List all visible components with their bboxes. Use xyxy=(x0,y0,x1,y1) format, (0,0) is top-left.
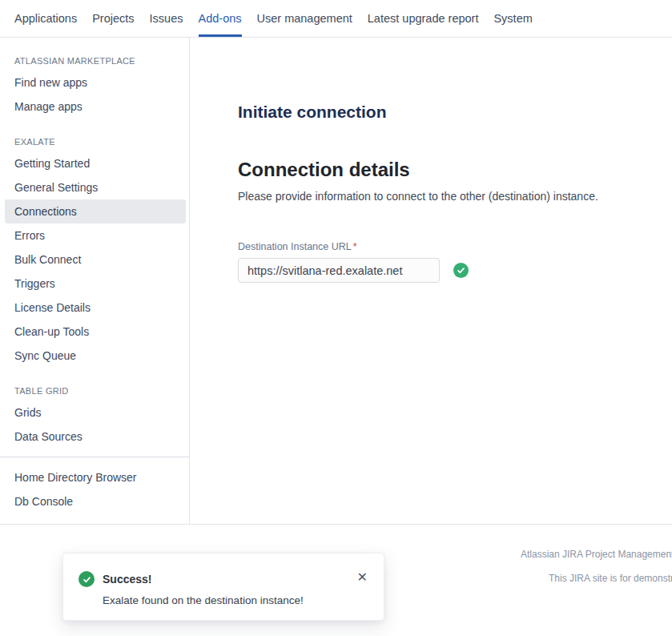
nav-latest-upgrade-report[interactable]: Latest upgrade report xyxy=(368,0,479,37)
success-icon xyxy=(78,571,95,587)
destination-url-input[interactable] xyxy=(238,258,440,283)
destination-url-label-row: Destination Instance URL* xyxy=(238,239,357,252)
sidebar-item-sync-queue[interactable]: Sync Queue xyxy=(5,344,186,368)
sidebar-header-table-grid: TABLE GRID xyxy=(0,386,189,401)
sidebar-item-home-directory-browser[interactable]: Home Directory Browser xyxy=(5,465,186,489)
nav-add-ons[interactable]: Add-ons xyxy=(199,0,242,37)
sidebar-divider xyxy=(0,457,189,457)
sidebar-item-license-details[interactable]: License Details xyxy=(5,296,186,320)
section-title: Connection details xyxy=(238,159,672,180)
sidebar-section-marketplace: ATLASSIAN MARKETPLACE Find new apps Mana… xyxy=(0,56,189,119)
toast-message: Exalate found on the destination instanc… xyxy=(103,594,304,606)
nav-system[interactable]: System xyxy=(493,0,532,37)
sidebar-item-db-console[interactable]: Db Console xyxy=(5,489,186,513)
nav-user-management[interactable]: User management xyxy=(257,0,352,37)
content-row: ATLASSIAN MARKETPLACE Find new apps Mana… xyxy=(0,38,672,525)
footer-text-line1: Atlassian JIRA Project Management S xyxy=(521,549,672,560)
valid-check-icon xyxy=(453,263,469,278)
sidebar-item-general-settings[interactable]: General Settings xyxy=(5,175,186,199)
sidebar-section-exalate: EXALATE Getting Started General Settings… xyxy=(0,137,189,368)
sidebar-item-find-new-apps[interactable]: Find new apps xyxy=(5,70,186,95)
close-icon[interactable]: ✕ xyxy=(357,571,368,584)
field-label: Destination Instance URL xyxy=(238,241,352,252)
sidebar-item-grids[interactable]: Grids xyxy=(5,401,186,425)
sidebar-item-triggers[interactable]: Triggers xyxy=(5,272,186,296)
sidebar-item-bulk-connect[interactable]: Bulk Connect xyxy=(5,248,186,272)
sidebar-item-getting-started[interactable]: Getting Started xyxy=(5,151,186,175)
toast-success: Success! Exalate found on the destinatio… xyxy=(62,553,384,621)
sidebar-item-manage-apps[interactable]: Manage apps xyxy=(5,95,186,119)
destination-url-field: Destination Instance URL* xyxy=(238,239,672,283)
sidebar-section-table-grid: TABLE GRID Grids Data Sources xyxy=(0,386,189,449)
toast-title: Success! xyxy=(103,573,151,586)
top-nav: Applications Projects Issues Add-ons Use… xyxy=(0,0,672,38)
main-content: Initiate connection Connection details P… xyxy=(190,38,672,524)
page-title: Initiate connection xyxy=(238,103,672,121)
sidebar-item-data-sources[interactable]: Data Sources xyxy=(5,425,186,449)
nav-projects[interactable]: Projects xyxy=(92,0,134,37)
section-subtitle: Please provide information to connect to… xyxy=(238,190,672,203)
sidebar-header-exalate: EXALATE xyxy=(0,137,189,151)
sidebar: ATLASSIAN MARKETPLACE Find new apps Mana… xyxy=(0,38,190,524)
sidebar-item-errors[interactable]: Errors xyxy=(5,223,186,248)
sidebar-header-atlassian-marketplace: ATLASSIAN MARKETPLACE xyxy=(0,56,189,70)
nav-issues[interactable]: Issues xyxy=(150,0,183,37)
sidebar-item-clean-up-tools[interactable]: Clean-up Tools xyxy=(5,320,186,344)
required-marker: * xyxy=(353,241,357,252)
sidebar-item-connections[interactable]: Connections xyxy=(5,199,186,223)
nav-applications[interactable]: Applications xyxy=(14,0,77,37)
footer-text-line2: This JIRA site is for demonstra xyxy=(549,573,672,584)
